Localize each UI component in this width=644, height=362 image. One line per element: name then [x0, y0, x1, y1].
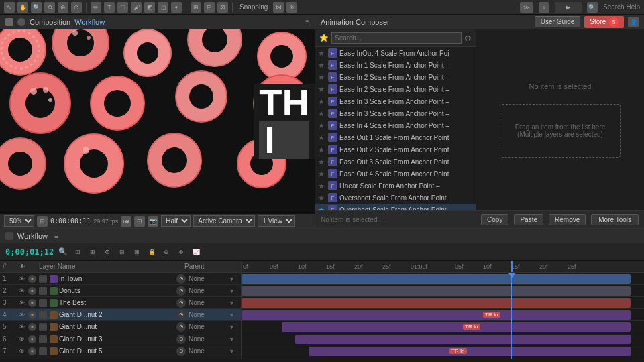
- comp-panel-menu[interactable]: ≡: [305, 18, 309, 25]
- search-icon[interactable]: 🔍: [587, 2, 598, 13]
- align-icon[interactable]: ⊞: [191, 2, 201, 13]
- play-ctrl-icon[interactable]: ⊡: [72, 247, 83, 257]
- anim-list-item[interactable]: ★FEase In 2 Scale From Anchor Point –: [315, 83, 476, 95]
- layer-dropdown[interactable]: ▼: [229, 348, 238, 355]
- solo-toggle[interactable]: ●: [28, 287, 36, 295]
- layer-visibility[interactable]: 👁: [16, 334, 27, 345]
- solo-toggle[interactable]: ●: [28, 359, 36, 360]
- anim-list-item[interactable]: ★FEase Out 4 Scale From Anchor Point: [315, 168, 476, 180]
- star-icon[interactable]: ★: [318, 145, 326, 154]
- anim-search-input[interactable]: [331, 32, 462, 44]
- anim-list-item[interactable]: ★FEase In 1 Scale From Anchor Point –: [315, 59, 476, 71]
- add-layer-icon[interactable]: ⊞: [87, 247, 98, 257]
- anim-list-item[interactable]: ★FEase In 2 Scale From Anchor Point –: [315, 71, 476, 83]
- arrow-tool-icon[interactable]: ↖: [4, 2, 15, 13]
- layer-row[interactable]: 8 👁 ● Giant D...nut 6 ⊙ None ▼: [0, 357, 241, 359]
- layer-dropdown[interactable]: ▼: [229, 300, 238, 306]
- layer-row[interactable]: 3 👁 ● The Best ⊙ None ▼: [0, 297, 241, 309]
- solo-toggle[interactable]: ●: [28, 335, 36, 343]
- star-icon[interactable]: ★: [318, 97, 326, 106]
- camera-dolly-icon[interactable]: ⊙: [71, 2, 82, 13]
- align3-icon[interactable]: ⊠: [217, 2, 228, 13]
- lock-toggle[interactable]: [39, 335, 47, 343]
- layer-dropdown[interactable]: ▼: [229, 324, 238, 330]
- settings-icon[interactable]: ⚙: [464, 34, 472, 43]
- hand-tool-icon[interactable]: ✋: [17, 2, 28, 13]
- layer-visibility[interactable]: 👁: [16, 310, 27, 320]
- anim-list-item[interactable]: ★FEase Out 2 Scale From Anchor Point: [315, 143, 476, 156]
- remove-button[interactable]: Remove: [549, 214, 586, 225]
- graph-icon[interactable]: 📈: [191, 247, 201, 257]
- pen-tool-icon[interactable]: ✏: [91, 2, 101, 13]
- snapshot-icon[interactable]: 📷: [148, 216, 158, 227]
- anim-list-item[interactable]: ★FOvershoot Scale From Anchor Point: [315, 192, 476, 204]
- star-icon[interactable]: ★: [318, 73, 326, 82]
- snapping2-icon[interactable]: ⊛: [286, 2, 297, 13]
- layer-row[interactable]: 6 👁 ● Giant D...nut 3 ⊙ None ▼: [0, 333, 241, 345]
- lock-toggle[interactable]: [39, 311, 47, 319]
- anim-list-item[interactable]: ★FLinear Scale From Anchor Point –: [315, 180, 476, 192]
- anim-panel-user-icon[interactable]: 👤: [628, 17, 639, 27]
- tracks-panel[interactable]: 0f 05f 10f 15f 20f 25f 01:00f 05f 10f 15…: [241, 261, 644, 359]
- layer-visibility[interactable]: 👁: [16, 286, 27, 296]
- camera-select[interactable]: Active Camera: [193, 215, 255, 227]
- layer-dropdown[interactable]: ▼: [229, 276, 238, 282]
- zoom-tool-icon[interactable]: 🔍: [31, 2, 42, 13]
- frame-mix-icon[interactable]: ⊛: [176, 247, 186, 257]
- more-tools-button[interactable]: More Tools: [591, 214, 639, 225]
- layer-visibility[interactable]: 👁: [16, 322, 27, 333]
- solo-toggle[interactable]: ●: [28, 299, 36, 307]
- timeline-menu[interactable]: ≡: [54, 232, 58, 240]
- search-ctrl-icon[interactable]: 🔍: [58, 247, 68, 257]
- ram-preview-icon[interactable]: ⊡: [134, 216, 145, 227]
- camera-orbit-icon[interactable]: ⟲: [44, 2, 55, 13]
- star-icon[interactable]: ★: [318, 109, 326, 118]
- star-icon[interactable]: ★: [318, 158, 326, 166]
- comp-settings-icon[interactable]: ⚙: [102, 247, 113, 257]
- puppet-tool-icon[interactable]: ✦: [171, 2, 182, 13]
- solo-toggle[interactable]: ●: [28, 275, 36, 283]
- layer-row[interactable]: 4 👁 ● Giant D...nut 2 ⊙ None ▼: [0, 309, 241, 321]
- overflow-icon[interactable]: ≫: [520, 2, 533, 13]
- motion-blur-icon[interactable]: ⊕: [161, 247, 172, 257]
- star-icon[interactable]: ★: [318, 194, 326, 202]
- layer-row[interactable]: 1 👁 ● In Town ⊙ None ▼: [0, 273, 241, 285]
- star-icon[interactable]: ★: [318, 170, 326, 178]
- star-icon[interactable]: ★: [318, 133, 326, 142]
- lock-toggle[interactable]: [39, 275, 47, 283]
- solo-toggle[interactable]: ●: [28, 311, 36, 319]
- anim-list-item[interactable]: ★FEase Out 3 Scale From Anchor Point: [315, 156, 476, 168]
- layer-visibility[interactable]: 👁: [16, 358, 27, 360]
- anim-list-item[interactable]: ★FOvershoot Scale From Anchor Point: [315, 204, 476, 210]
- view-count-select[interactable]: 1 View: [258, 215, 295, 227]
- star-icon[interactable]: ★: [318, 61, 326, 70]
- anim-list-item[interactable]: ★FEase Out 1 Scale From Anchor Point: [315, 131, 476, 143]
- fit-icon[interactable]: ⊞: [37, 216, 48, 227]
- type-tool-icon[interactable]: T: [104, 2, 115, 13]
- layer-row[interactable]: 7 👁 ● Giant D...nut 5 ⊙ None ▼: [0, 345, 241, 357]
- pre-comp-icon[interactable]: ⊟: [117, 247, 127, 257]
- solo-toggle[interactable]: ●: [28, 347, 36, 355]
- shape-tool-icon[interactable]: □: [117, 2, 128, 13]
- star-icon[interactable]: ★: [318, 49, 326, 58]
- preview-icon[interactable]: ▶: [555, 2, 582, 13]
- star-icon[interactable]: ★: [318, 85, 326, 94]
- brush-tool-icon[interactable]: 🖌: [131, 2, 142, 13]
- anim-list-item[interactable]: ★FEase In 3 Scale From Anchor Point –: [315, 95, 476, 107]
- layer-row[interactable]: 2 👁 ● Donuts ⊙ None ▼: [0, 285, 241, 297]
- anim-list-item[interactable]: ★FEase InOut 4 Scale From Anchor Poi: [315, 47, 476, 59]
- info-icon[interactable]: i: [539, 2, 549, 13]
- quality-select[interactable]: Half Full: [161, 215, 191, 227]
- layer-dropdown[interactable]: ▼: [229, 288, 238, 294]
- zoom-select[interactable]: 50% 100%: [4, 215, 34, 227]
- layer-row[interactable]: 5 👁 ● Giant D...nut ⊙ None ▼: [0, 321, 241, 333]
- align2-icon[interactable]: ⊟: [204, 2, 215, 13]
- solo-icon[interactable]: ⊠: [131, 247, 142, 257]
- snapping-icon[interactable]: ⋈: [273, 2, 284, 13]
- solo-toggle[interactable]: ●: [28, 323, 36, 331]
- lock-toggle[interactable]: [39, 347, 47, 355]
- layer-dropdown[interactable]: ▼: [229, 336, 238, 343]
- drag-drop-zone[interactable]: Drag an item from the list here (Multipl…: [500, 104, 621, 158]
- lock-toggle[interactable]: [39, 299, 47, 307]
- stamp-tool-icon[interactable]: ◩: [144, 2, 155, 13]
